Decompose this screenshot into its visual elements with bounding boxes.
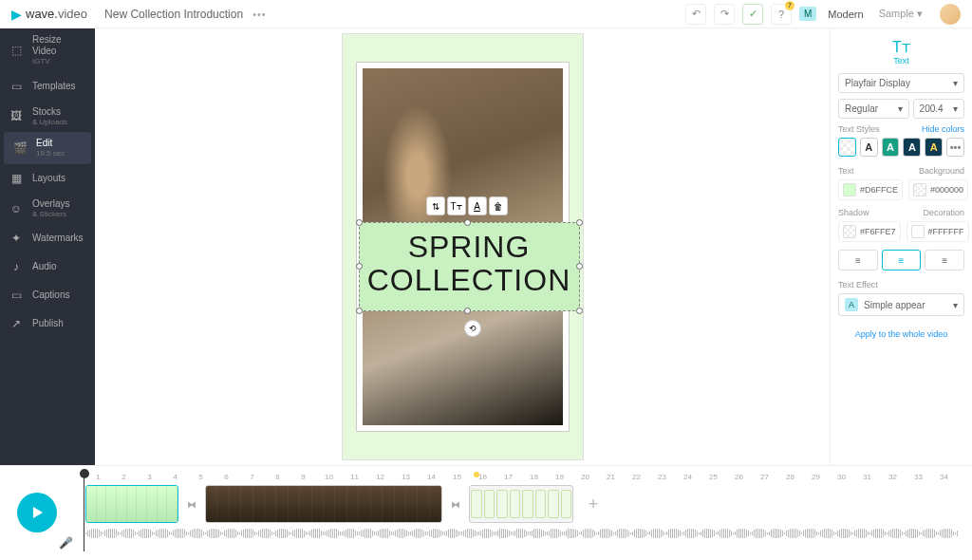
logo-brand: wave bbox=[26, 7, 54, 21]
audio-icon: ♪ bbox=[8, 258, 25, 275]
size-select[interactable]: 200.4▾ bbox=[913, 99, 964, 119]
logo-icon: ▶ bbox=[11, 7, 22, 22]
playhead[interactable] bbox=[80, 469, 89, 478]
text-font-button[interactable]: Tᴛ bbox=[447, 196, 466, 215]
publish-icon: ↗ bbox=[8, 315, 25, 332]
resize-handle[interactable] bbox=[576, 308, 583, 314]
hide-colors-link[interactable]: Hide colors bbox=[922, 124, 964, 134]
stocks-icon: 🖼 bbox=[8, 107, 25, 124]
text-effect-select[interactable]: A Simple appear ▾ bbox=[838, 293, 964, 316]
top-actions: ↶ ↷ ✓ ?7 M Modern Sample ▾ bbox=[685, 4, 961, 25]
overlays-icon: ☺ bbox=[8, 200, 25, 217]
text-icon: Tᴛ bbox=[838, 38, 964, 56]
clip-3[interactable] bbox=[469, 485, 573, 523]
help-badge: 7 bbox=[785, 1, 794, 10]
sidebar-item-stocks[interactable]: 🖼 Stocks& Uploads bbox=[0, 101, 95, 133]
style-swatch[interactable]: A bbox=[860, 138, 878, 157]
sidebar: ⬚ Resize VideoIGTV ▭ Templates 🖼 Stocks&… bbox=[0, 28, 95, 465]
add-clip-button[interactable]: + bbox=[579, 490, 608, 518]
font-select[interactable]: Playfair Display▾ bbox=[838, 73, 964, 93]
chevron-down-icon: ▾ bbox=[953, 78, 958, 88]
clip-1[interactable] bbox=[85, 485, 178, 523]
user-avatar[interactable] bbox=[940, 4, 961, 25]
clips-row: ⧓ ⧓ + bbox=[76, 485, 972, 523]
photo-frame[interactable]: ⇅ Tᴛ A 🗑 SPRINGCOLLECTION ⟲ bbox=[356, 62, 570, 432]
style-swatch[interactable]: A bbox=[882, 138, 900, 157]
transition-button[interactable]: ⧓ bbox=[184, 496, 199, 512]
align-left-button[interactable]: ≡ bbox=[838, 250, 878, 271]
style-swatch[interactable]: A bbox=[925, 138, 943, 157]
effect-icon: A bbox=[845, 298, 858, 311]
logo-product: video bbox=[58, 7, 87, 21]
chevron-down-icon: ▾ bbox=[953, 300, 958, 310]
text-styles-label: Text Styles bbox=[838, 124, 880, 134]
resize-handle[interactable] bbox=[356, 219, 363, 226]
sidebar-item-resize[interactable]: ⬚ Resize VideoIGTV bbox=[0, 28, 95, 72]
resize-handle[interactable] bbox=[576, 263, 583, 270]
logo[interactable]: ▶ wave.video bbox=[11, 7, 87, 22]
weight-select[interactable]: Regular▾ bbox=[838, 99, 909, 119]
undo-button[interactable]: ↶ bbox=[685, 4, 706, 25]
align-right-button[interactable]: ≡ bbox=[925, 250, 964, 271]
watermarks-icon: ✦ bbox=[8, 230, 25, 247]
background-color[interactable]: #000000 bbox=[908, 179, 968, 200]
resize-handle[interactable] bbox=[576, 219, 583, 226]
layouts-icon: ▦ bbox=[8, 170, 25, 187]
shadow-color[interactable]: #F6FFE7 bbox=[838, 221, 901, 242]
sidebar-item-watermarks[interactable]: ✦ Watermarks bbox=[0, 224, 95, 252]
redo-button[interactable]: ↷ bbox=[714, 4, 735, 25]
sidebar-item-edit[interactable]: 🎬 Edit19.5 sec bbox=[4, 132, 91, 164]
help-button[interactable]: ?7 bbox=[771, 4, 792, 25]
properties-panel: Tᴛ Text Playfair Display▾ Regular▾ 200.4… bbox=[830, 28, 972, 465]
resize-handle[interactable] bbox=[356, 263, 363, 270]
sidebar-item-templates[interactable]: ▭ Templates bbox=[0, 72, 95, 101]
text-toolbar: ⇅ Tᴛ A 🗑 bbox=[426, 196, 508, 215]
templates-icon: ▭ bbox=[8, 78, 25, 95]
brand-name[interactable]: Modern bbox=[828, 9, 863, 20]
text-element[interactable]: ⇅ Tᴛ A 🗑 SPRINGCOLLECTION ⟲ bbox=[359, 222, 580, 311]
clip-2[interactable] bbox=[205, 485, 442, 523]
text-styles: A A A A ••• bbox=[838, 138, 964, 157]
brand-tag[interactable]: M bbox=[799, 7, 816, 21]
apply-whole-video-link[interactable]: Apply to the whole video bbox=[838, 329, 964, 339]
aspect-icon: ⬚ bbox=[8, 42, 25, 59]
text-options-button[interactable]: ⇅ bbox=[426, 196, 445, 215]
sidebar-item-audio[interactable]: ♪ Audio bbox=[0, 252, 95, 281]
topbar: ▶ wave.video New Collection Introduction… bbox=[0, 0, 972, 28]
canvas-area[interactable]: ⇅ Tᴛ A 🗑 SPRINGCOLLECTION ⟲ bbox=[95, 28, 830, 465]
text-content[interactable]: SPRINGCOLLECTION bbox=[364, 231, 575, 297]
timeline: 🎤 12345678910111213141516171819202122232… bbox=[0, 465, 972, 560]
align-center-button[interactable]: ≡ bbox=[882, 250, 922, 271]
chevron-down-icon: ▾ bbox=[898, 103, 903, 114]
sidebar-item-captions[interactable]: ▭ Captions bbox=[0, 281, 95, 309]
save-status[interactable]: ✓ bbox=[742, 4, 763, 25]
waveform[interactable] bbox=[76, 527, 972, 540]
document-title[interactable]: New Collection Introduction bbox=[104, 8, 243, 21]
chevron-down-icon: ▾ bbox=[953, 103, 958, 114]
style-swatch[interactable]: A bbox=[903, 138, 921, 157]
text-color[interactable]: #D6FFCE bbox=[838, 179, 903, 200]
canvas[interactable]: ⇅ Tᴛ A 🗑 SPRINGCOLLECTION ⟲ bbox=[342, 33, 584, 460]
sidebar-item-overlays[interactable]: ☺ Overlays& Stickers bbox=[0, 193, 95, 225]
play-button[interactable] bbox=[17, 493, 57, 532]
decoration-color[interactable]: #FFFFFF bbox=[907, 221, 969, 242]
mic-button[interactable]: 🎤 bbox=[59, 536, 74, 551]
style-more[interactable]: ••• bbox=[946, 138, 964, 157]
resize-handle[interactable] bbox=[356, 308, 363, 314]
text-delete-button[interactable]: 🗑 bbox=[489, 196, 508, 215]
text-color-button[interactable]: A bbox=[468, 196, 487, 215]
sample-dropdown[interactable]: Sample ▾ bbox=[879, 8, 923, 20]
style-none[interactable] bbox=[838, 138, 856, 157]
document-menu[interactable]: ••• bbox=[252, 9, 267, 20]
sidebar-item-publish[interactable]: ↗ Publish bbox=[0, 309, 95, 338]
timeline-ruler[interactable]: 1234567891011121314151617181920212223242… bbox=[76, 466, 972, 481]
panel-title: Tᴛ Text bbox=[838, 38, 964, 65]
resize-handle[interactable] bbox=[464, 219, 471, 226]
edit-icon: 🎬 bbox=[11, 140, 28, 157]
transition-button[interactable]: ⧓ bbox=[448, 496, 463, 512]
main: ⬚ Resize VideoIGTV ▭ Templates 🖼 Stocks&… bbox=[0, 28, 972, 465]
sidebar-item-layouts[interactable]: ▦ Layouts bbox=[0, 164, 95, 193]
captions-icon: ▭ bbox=[8, 287, 25, 304]
